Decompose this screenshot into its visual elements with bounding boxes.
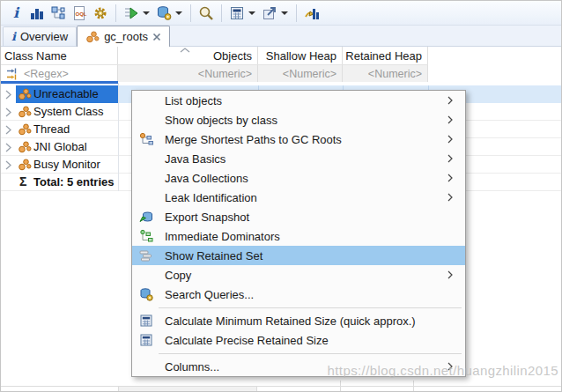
run-expert-tests-icon <box>123 5 139 21</box>
expander-icon[interactable] <box>5 107 11 117</box>
toolbar-separator <box>190 4 191 22</box>
menu-item-export-snapshot[interactable]: Export Snapshot <box>132 207 465 226</box>
sigma-icon: Σ <box>19 174 26 189</box>
submenu-arrow-icon <box>447 135 453 144</box>
menu-item-calculate-precise-retained-size[interactable]: Calculate Precise Retained Size <box>132 330 465 350</box>
footer-gridline <box>256 386 257 392</box>
row-label: JNI Global <box>33 140 87 154</box>
toolbar: i OQL <box>1 1 562 26</box>
retained-set-icon <box>139 248 153 263</box>
info-icon: i <box>11 30 16 43</box>
calculator-icon <box>139 314 153 328</box>
calculator-icon <box>229 5 245 21</box>
menu-item-show-objects-by-class[interactable]: Show objects by class <box>132 110 465 129</box>
submenu-arrow-icon <box>447 174 453 182</box>
submenu-arrow-icon <box>447 193 453 202</box>
info-icon: i <box>13 4 18 21</box>
filter-objects[interactable]: <Numeric> <box>118 65 258 82</box>
run-expert-tests-button[interactable] <box>121 3 142 24</box>
row-label: Busy Monitor <box>33 158 100 172</box>
calculator-icon <box>139 333 153 347</box>
footer-gridline <box>118 386 119 392</box>
filter-shallow-heap[interactable]: <Numeric> <box>258 65 343 82</box>
run-expert-tests-dropdown[interactable] <box>143 11 150 15</box>
sort-ascending-icon <box>180 48 190 53</box>
find-object-button[interactable] <box>196 3 217 24</box>
column-header-shallow-heap[interactable]: Shallow Heap <box>258 47 343 64</box>
expander-icon[interactable] <box>5 125 11 135</box>
close-icon[interactable] <box>152 33 161 41</box>
export-button[interactable] <box>259 3 280 24</box>
gc-roots-icon <box>18 87 32 101</box>
tab-label: gc_roots <box>104 30 148 43</box>
submenu-arrow-icon <box>447 96 453 105</box>
row-label: System Class <box>33 105 103 119</box>
export-snapshot-icon <box>139 210 153 224</box>
query-browser-dropdown[interactable] <box>175 11 182 15</box>
toolbar-separator <box>115 4 116 22</box>
menu-separator <box>132 304 465 311</box>
total-label: Total: 5 entries <box>33 175 115 189</box>
tab-overview[interactable]: i Overview <box>3 26 77 46</box>
compare-histograms-button[interactable] <box>301 3 322 24</box>
menu-item-show-retained-set[interactable]: Show Retained Set <box>132 246 465 265</box>
expander-icon[interactable] <box>5 143 11 152</box>
export-dropdown[interactable] <box>281 11 288 15</box>
tab-gc-roots[interactable]: gc_roots <box>77 26 170 47</box>
menu-item-leak-identification[interactable]: Leak Identification <box>132 188 465 207</box>
submenu-arrow-icon <box>447 115 453 124</box>
column-header-retained-heap[interactable]: Retained Heap <box>343 47 428 64</box>
editor-tab-bar: i Overview gc_roots <box>1 26 562 47</box>
svg-text:OQL: OQL <box>76 11 87 17</box>
histogram-button[interactable] <box>26 3 48 24</box>
footer-cell <box>118 387 256 392</box>
footer-divider <box>1 386 562 387</box>
watermark: https://blog.csdn.net/huangzhilin2015 <box>328 363 558 378</box>
menu-item-java-basics[interactable]: Java Basics <box>132 149 465 168</box>
oql-button[interactable]: OQL <box>69 3 90 24</box>
filter-retained-heap[interactable]: <Numeric> <box>343 65 428 82</box>
tab-label: Overview <box>20 30 68 43</box>
oql-icon: OQL <box>71 5 87 21</box>
toolbar-separator <box>296 4 297 22</box>
menu-item-immediate-dominators[interactable]: Immediate Dominators <box>132 226 465 246</box>
overview-info-button[interactable]: i <box>5 3 26 24</box>
column-gridline <box>118 83 119 191</box>
context-menu: List objects Show objects by class Merge… <box>131 90 466 377</box>
calculate-dropdown[interactable] <box>248 11 255 15</box>
dominator-tree-icon <box>50 5 66 21</box>
row-label: Unreachable <box>33 87 99 101</box>
query-browser-button[interactable] <box>153 3 174 24</box>
menu-item-java-collections[interactable]: Java Collections <box>132 168 465 188</box>
gc-roots-icon <box>85 30 100 44</box>
menu-separator <box>132 350 465 357</box>
menu-item-calculate-minimum-retained-size[interactable]: Calculate Minimum Retained Size (quick a… <box>132 311 465 330</box>
compare-histograms-icon <box>304 5 320 21</box>
gc-roots-icon <box>18 140 32 154</box>
gc-roots-icon <box>18 158 32 172</box>
query-browser-icon <box>156 5 172 21</box>
immediate-dominators-icon <box>139 229 153 243</box>
row-label: Thread <box>33 122 70 137</box>
filter-class-name[interactable]: <Regex> <box>1 65 118 82</box>
expander-icon[interactable] <box>5 160 11 170</box>
submenu-arrow-icon <box>447 154 453 163</box>
submenu-arrow-icon <box>447 270 453 279</box>
export-icon <box>262 5 277 21</box>
histogram-icon <box>29 5 45 21</box>
filter-focus-underline <box>1 81 118 84</box>
menu-item-copy[interactable]: Copy <box>132 265 465 285</box>
column-header-class-name[interactable]: Class Name <box>1 47 118 64</box>
expander-icon[interactable] <box>5 90 11 100</box>
calculate-retained-size-button[interactable] <box>226 3 248 24</box>
merge-paths-icon <box>139 132 153 146</box>
menu-item-merge-shortest-paths[interactable]: Merge Shortest Paths to GC Roots <box>132 129 465 149</box>
dominator-tree-button[interactable] <box>48 3 69 24</box>
find-icon <box>198 5 214 21</box>
thread-gear-button[interactable] <box>90 3 111 24</box>
gear-icon <box>92 5 108 21</box>
menu-item-list-objects[interactable]: List objects <box>132 91 465 110</box>
menu-item-search-queries[interactable]: Search Queries... <box>132 285 465 304</box>
mat-window: i OQL <box>0 0 562 392</box>
search-queries-icon <box>139 287 153 301</box>
